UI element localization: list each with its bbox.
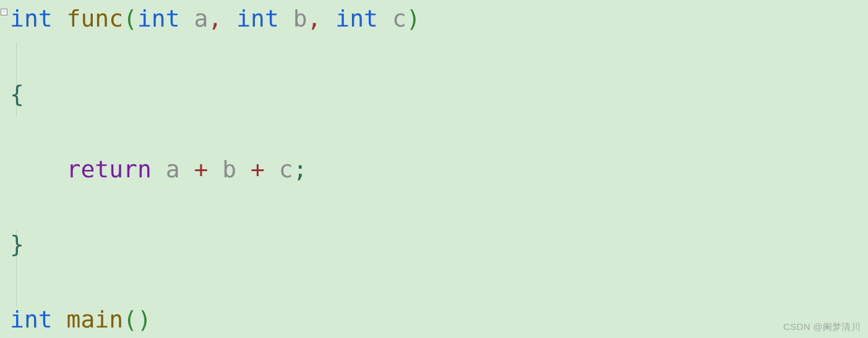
keyword-int: int xyxy=(10,5,53,32)
keyword-int: int xyxy=(335,5,378,32)
keyword-int: int xyxy=(137,5,180,32)
fold-toggle-icon[interactable]: - xyxy=(1,9,7,15)
ident-b: b xyxy=(222,156,236,183)
comma: , xyxy=(208,5,222,32)
code-line: { xyxy=(10,75,868,113)
plus-operator: + xyxy=(194,156,208,183)
editor-gutter: - xyxy=(0,0,10,338)
ident-a: a xyxy=(166,156,180,183)
code-line: int func(int a, int b, int c) xyxy=(10,0,868,38)
ident-c: c xyxy=(279,156,293,183)
plus-operator: + xyxy=(251,156,265,183)
paren-close-icon: ) xyxy=(406,5,421,32)
paren-open-icon: ( xyxy=(123,306,137,333)
param-a: a xyxy=(194,5,208,32)
code-block[interactable]: int func(int a, int b, int c) { return a… xyxy=(10,0,868,338)
function-main: main xyxy=(67,306,124,333)
watermark-text: CSDN @阑梦清川 xyxy=(783,319,861,334)
code-line: int main() xyxy=(10,301,868,338)
param-c: c xyxy=(392,5,406,32)
paren-open-icon: ( xyxy=(123,5,137,32)
semicolon: ; xyxy=(293,156,307,183)
keyword-int: int xyxy=(236,5,279,32)
keyword-int: int xyxy=(10,306,53,333)
keyword-return: return xyxy=(67,156,152,183)
code-line: } xyxy=(10,226,868,263)
code-line: return a + b + c; xyxy=(10,151,868,188)
paren-close-icon: ) xyxy=(137,306,152,333)
param-b: b xyxy=(293,5,307,32)
brace-open-icon: { xyxy=(10,80,24,108)
comma: , xyxy=(307,5,322,32)
brace-close-icon: } xyxy=(10,230,24,258)
function-name: func xyxy=(67,5,124,32)
